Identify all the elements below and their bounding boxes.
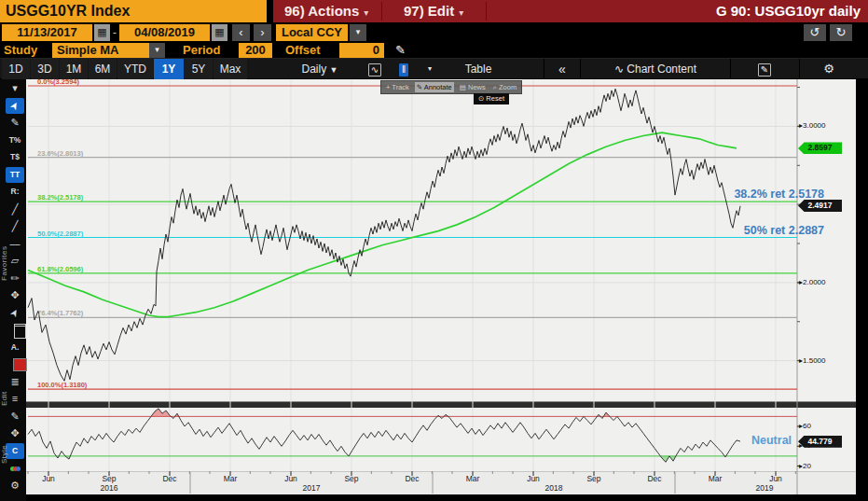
settings-gear-icon[interactable]: ⚙: [6, 478, 24, 494]
toolbar-section-edit: Edit: [0, 380, 8, 417]
move-tool[interactable]: ✥: [6, 287, 24, 303]
panel-divider-handle[interactable]: [26, 401, 856, 408]
study-dropdown-icon[interactable]: ▾: [149, 43, 165, 58]
line-width-tool[interactable]: ≡: [6, 391, 24, 407]
chevron-down-icon: ▼: [330, 65, 338, 75]
color-dot-icon: [16, 466, 21, 471]
chart-content-icon: ∿: [614, 63, 624, 76]
redo-icon[interactable]: ↻: [830, 24, 852, 41]
compare-mode[interactable]: C: [6, 443, 24, 459]
line-chart-icon[interactable]: ∿: [362, 59, 388, 79]
delete-tool[interactable]: [6, 322, 24, 338]
line-style-tool[interactable]: ≣: [6, 374, 24, 390]
drawing-toolbar: ▾➤✎T%T$TTR:╱╱—▱✏✥➤A.≣≡✎✥C⚙FavoritesEditS…: [0, 79, 26, 501]
range-button-ytd[interactable]: YTD: [117, 59, 153, 79]
edit-pencil-icon[interactable]: ✎: [395, 43, 406, 57]
currency-select[interactable]: Local CCY: [276, 24, 348, 41]
frequency-select[interactable]: Daily ▼: [285, 59, 354, 79]
cursor-icon: ➤: [6, 305, 23, 320]
cursor-icon: ➤: [6, 98, 23, 113]
chart-toolbar: 1D3D1M6MYTD1Y5YMax Daily ▼ ∿ ‖ ▾ Table «…: [0, 59, 868, 79]
chart-content-button[interactable]: ∿ Chart Content: [581, 59, 730, 79]
prev-period-button[interactable]: ‹: [232, 24, 250, 41]
annotate-tool[interactable]: ✎: [6, 115, 24, 131]
ray-tool[interactable]: ╱: [6, 218, 24, 234]
cursor-tool[interactable]: ➤: [6, 98, 24, 114]
pencil-mode[interactable]: ✎: [6, 409, 24, 424]
color-modes[interactable]: [6, 460, 24, 476]
study-select[interactable]: Simple MA: [52, 43, 149, 58]
collapse-panel-button[interactable]: «: [544, 59, 580, 79]
range-button-1d[interactable]: 1D: [2, 59, 30, 79]
currency-dropdown-icon[interactable]: ▾: [350, 24, 366, 41]
date-range-bar: 11/13/2017 ▦ - 04/08/2019 ▦ ‹ › Local CC…: [0, 22, 868, 43]
toolbar-section-favorites: Favorites: [0, 219, 8, 308]
overlay-track-button[interactable]: + Track: [384, 82, 411, 92]
range-buttons: 1D3D1M6MYTD1Y5YMax: [2, 59, 248, 79]
toolbar-section-style: Style: [0, 426, 8, 482]
overlay-news-button[interactable]: ▤ News: [458, 82, 488, 92]
chart-title: G 90: USGG10yr daily: [716, 0, 861, 22]
title-bar: USGG10YR Index 96) Actions▾ 97) Edit▾ G …: [0, 0, 868, 22]
text-dollar-tool[interactable]: T$: [6, 149, 24, 165]
settings-gear-icon[interactable]: ⚙: [800, 59, 858, 79]
right-border: [856, 79, 868, 501]
undo-icon[interactable]: ↺: [804, 24, 826, 41]
actions-menu[interactable]: 96) Actions▾: [284, 0, 368, 22]
security-ticker[interactable]: USGG10YR Index: [0, 0, 267, 22]
bottom-border: [0, 494, 868, 501]
chevron-down-icon: ▾: [459, 7, 463, 18]
start-date-field[interactable]: 11/13/2017: [2, 24, 92, 41]
edit-menu[interactable]: 97) Edit▾: [404, 0, 463, 22]
range-button-max[interactable]: Max: [214, 59, 247, 79]
menu-separator: [381, 2, 382, 21]
font-tool[interactable]: A.: [6, 340, 24, 355]
range-button-1m[interactable]: 1M: [60, 59, 88, 79]
trendline-tool[interactable]: ╱: [6, 202, 24, 217]
range-button-3d[interactable]: 3D: [31, 59, 59, 79]
chart-hover-toolbar: + Track✎ Annotate▤ News⌕ Zoom: [380, 80, 522, 94]
regression-tool[interactable]: R:: [6, 184, 24, 200]
horizontal-line-tool[interactable]: —: [6, 236, 24, 252]
trash-icon: [14, 324, 26, 339]
table-button[interactable]: Table: [446, 59, 511, 79]
menu-bar: 96) Actions▾ 97) Edit▾ G 90: USGG10yr da…: [273, 0, 868, 22]
overlay-zoom-button[interactable]: ⌕ Zoom: [491, 82, 518, 92]
annotation-editor-icon[interactable]: ✎: [731, 59, 798, 79]
select-tool[interactable]: ➤: [6, 305, 24, 321]
period-field[interactable]: 200: [239, 43, 272, 58]
bloomberg-chart-window: USGG10YR Index 96) Actions▾ 97) Edit▾ G …: [0, 0, 868, 501]
offset-label: Offset: [285, 43, 321, 58]
date-separator: -: [113, 26, 117, 39]
end-date-field[interactable]: 04/08/2019: [119, 24, 210, 41]
text-percent-tool[interactable]: T%: [6, 132, 24, 148]
calendar-icon[interactable]: ▦: [212, 24, 227, 41]
range-button-6m[interactable]: 6M: [89, 59, 117, 79]
chevron-down-icon: ▾: [364, 7, 368, 18]
red-color-swatch: [13, 358, 27, 371]
chart-plot-area[interactable]: [26, 79, 856, 494]
next-period-button[interactable]: ›: [254, 24, 271, 41]
study-label: Study: [4, 43, 37, 58]
channel-tool[interactable]: ▱: [6, 253, 24, 269]
text-note-tool[interactable]: TT: [6, 167, 24, 183]
draw-pencil-tool[interactable]: ✏: [6, 271, 24, 286]
range-button-1y[interactable]: 1Y: [154, 59, 184, 79]
menu-separator: [486, 2, 487, 21]
collapse-chevron-icon[interactable]: ▾: [6, 80, 24, 96]
pan-mode[interactable]: ✥: [6, 425, 24, 441]
period-label: Period: [183, 43, 220, 58]
bar-chart-icon[interactable]: ‖: [392, 59, 416, 79]
chart-type-dropdown-icon[interactable]: ▾: [420, 59, 440, 79]
range-button-5y[interactable]: 5Y: [185, 59, 213, 79]
x-axis-strip: [26, 471, 856, 494]
color-swatch[interactable]: [6, 356, 24, 372]
reset-button[interactable]: ⊙ Reset: [474, 93, 509, 104]
overlay-annotate-button[interactable]: ✎ Annotate: [415, 82, 454, 92]
study-bar: Study Simple MA ▾ Period 200 Offset 0 ✎: [0, 43, 868, 59]
offset-field[interactable]: 0: [339, 43, 384, 58]
calendar-icon[interactable]: ▦: [94, 24, 110, 41]
